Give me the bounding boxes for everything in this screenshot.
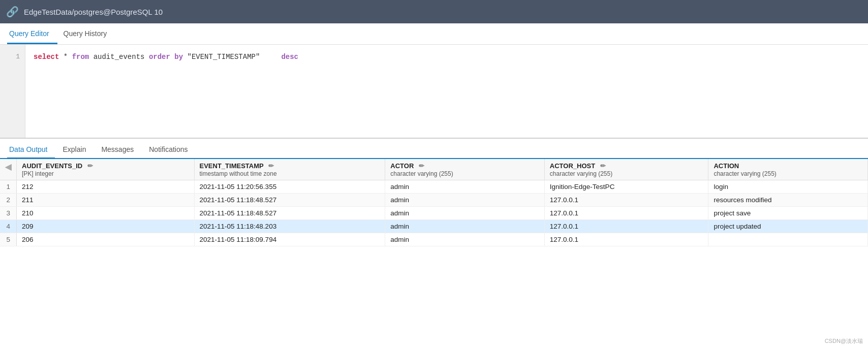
table-row: 22112021-11-05 11:18:48.527admin127.0.0.… [0,194,868,207]
cell-row_num: 5 [0,233,17,246]
connection-icon: 🔗 [6,6,19,18]
cell-event_timestamp: 2021-11-05 11:18:48.527 [194,207,385,220]
kw-order: order [149,53,170,61]
kw-table-name: audit_events [94,53,149,61]
cell-action [708,233,868,246]
code-editor[interactable]: select * from audit_events order by "EVE… [25,45,868,138]
cell-audit_events_id: 211 [17,194,195,207]
cell-audit_events_id: 206 [17,233,195,246]
col-name-audit-events-id: AUDIT_EVENTS_ID [22,162,82,170]
edit-icon-event-timestamp[interactable]: ✏ [268,162,274,170]
cell-audit_events_id: 209 [17,220,195,233]
tab-query-history[interactable]: Query History [61,25,115,44]
edit-icon-actor-host[interactable]: ✏ [600,162,606,170]
cell-actor_host: 127.0.0.1 [544,220,708,233]
edit-icon-audit-events-id[interactable]: ✏ [87,162,93,170]
cell-actor: admin [385,220,545,233]
col-name-event-timestamp: EVENT_TIMESTAMP [200,162,264,170]
cell-row_num: 3 [0,207,17,220]
table-body: 12122021-11-05 11:20:56.355adminIgnition… [0,180,868,246]
cell-event_timestamp: 2021-11-05 11:18:48.527 [194,194,385,207]
col-type-actor-host: character varying (255) [550,170,612,177]
col-type-action: character varying (255) [714,170,776,177]
tab-notifications[interactable]: Notifications [147,141,195,159]
cell-audit_events_id: 212 [17,180,195,194]
table-row: 52062021-11-05 11:18:09.794admin127.0.0.… [0,233,868,246]
sort-icon: ◀ [5,163,11,171]
output-tabs-row: Data Output Explain Messages Notificatio… [0,139,868,159]
cell-actor: admin [385,233,545,246]
kw-column-string: "EVENT_TIMESTAMP" [188,53,260,61]
th-actor: ACTOR ✏ character varying (255) [385,159,545,180]
tab-query-editor[interactable]: Query Editor [7,25,57,44]
connection-title: EdgeTestData/postgres@PostgreSQL 10 [24,8,163,16]
cell-event_timestamp: 2021-11-05 11:20:56.355 [194,180,385,194]
th-audit-events-id: AUDIT_EVENTS_ID ✏ [PK] integer [17,159,195,180]
cell-actor_host: 127.0.0.1 [544,233,708,246]
table-row: 12122021-11-05 11:20:56.355adminIgnition… [0,180,868,194]
cell-actor_host: 127.0.0.1 [544,194,708,207]
cell-actor: admin [385,194,545,207]
col-type-actor: character varying (255) [390,170,453,177]
table-row: 32102021-11-05 11:18:48.527admin127.0.0.… [0,207,868,220]
kw-from: from [72,53,89,61]
cell-actor: admin [385,180,545,194]
col-type-event-timestamp: timestamp without time zone [200,170,277,177]
tab-explain[interactable]: Explain [61,141,94,159]
cell-event_timestamp: 2021-11-05 11:18:09.794 [194,233,385,246]
cell-event_timestamp: 2021-11-05 11:18:48.203 [194,220,385,233]
tab-data-output[interactable]: Data Output [7,141,55,159]
cell-action: project updated [708,220,868,233]
cell-actor: admin [385,207,545,220]
col-name-actor: ACTOR [390,162,414,170]
kw-space2 [264,53,277,61]
cell-action: project save [708,207,868,220]
col-name-actor-host: ACTOR_HOST [550,162,595,170]
data-table: ◀ AUDIT_EVENTS_ID ✏ [PK] integer EVENT_T… [0,159,868,246]
cell-row_num: 1 [0,180,17,194]
kw-select: select [34,53,59,61]
cell-action: resources modified [708,194,868,207]
th-action: ACTION character varying (255) [708,159,868,180]
table-header-row: ◀ AUDIT_EVENTS_ID ✏ [PK] integer EVENT_T… [0,159,868,180]
edit-icon-actor[interactable]: ✏ [419,162,424,170]
table-row: 42092021-11-05 11:18:48.203admin127.0.0.… [0,220,868,233]
editor-area: 1 select * from audit_events order by "E… [0,45,868,139]
cell-actor_host: 127.0.0.1 [544,207,708,220]
data-table-wrap: ◀ AUDIT_EVENTS_ID ✏ [PK] integer EVENT_T… [0,159,868,246]
th-sort: ◀ [0,159,17,180]
kw-desc: desc [281,53,298,61]
header-bar: 🔗 EdgeTestData/postgres@PostgreSQL 10 [0,0,868,23]
col-name-action: ACTION [714,162,739,170]
cell-row_num: 2 [0,194,17,207]
cell-audit_events_id: 210 [17,207,195,220]
main-tabs-row: Query Editor Query History [0,23,868,45]
col-type-audit-events-id: [PK] integer [22,170,54,177]
cell-actor_host: Ignition-Edge-TestPC [544,180,708,194]
cell-row_num: 4 [0,220,17,233]
cell-action: login [708,180,868,194]
tab-messages[interactable]: Messages [99,141,141,159]
kw-by: by [174,53,183,61]
kw-star: * [64,53,72,61]
th-event-timestamp: EVENT_TIMESTAMP ✏ timestamp without time… [194,159,385,180]
line-number: 1 [5,51,20,62]
th-actor-host: ACTOR_HOST ✏ character varying (255) [544,159,708,180]
line-numbers: 1 [0,45,25,138]
